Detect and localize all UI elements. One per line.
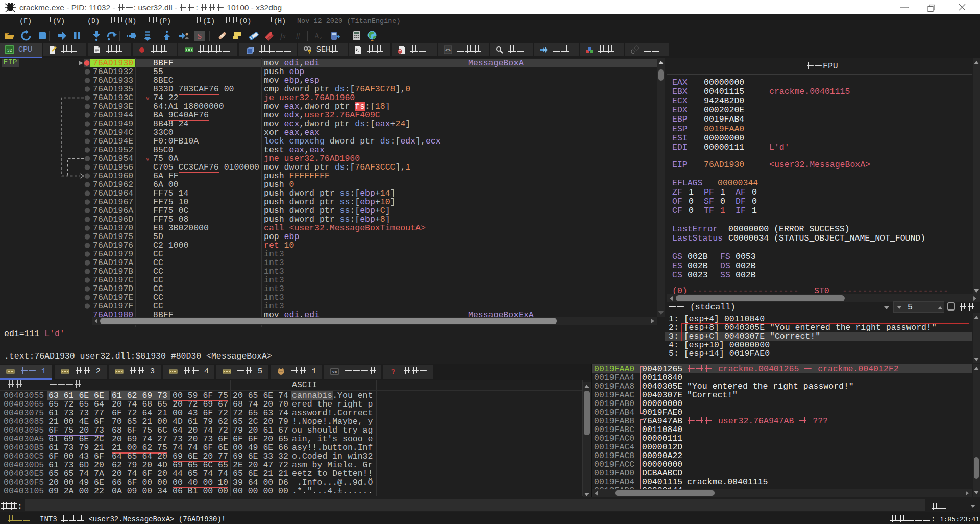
svg-text:#: #	[296, 32, 301, 41]
svg-text:S: S	[198, 32, 202, 40]
svg-text:z: z	[320, 34, 322, 40]
svg-text:<>: <>	[445, 48, 451, 53]
svg-text:32: 32	[7, 48, 12, 53]
svg-text:fx: fx	[280, 32, 286, 40]
svg-text:!: !	[309, 51, 311, 54]
